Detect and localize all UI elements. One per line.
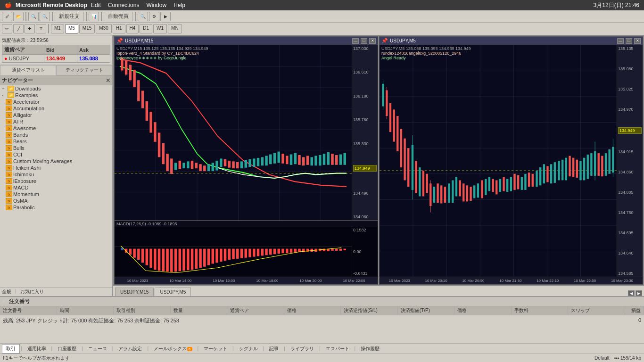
toolbar-zoom-out[interactable]: 🔍	[40, 12, 50, 21]
currency-row[interactable]: ● USDJPY 134.949 135.088	[2, 55, 110, 63]
tf-m1[interactable]: M1	[51, 24, 64, 33]
nav-favorite[interactable]: お気に入り	[20, 288, 44, 295]
toolbar-text[interactable]: T	[36, 24, 46, 33]
tab-articles[interactable]: 記事	[265, 344, 283, 354]
chart-m15-time-axis: 10 Mar 2023 10 Mar 14:00 10 Mar 16:00 10…	[115, 277, 378, 284]
chart-tab-m5[interactable]: USDJPY,M5	[155, 288, 191, 296]
tree-item-bears[interactable]: fx Bears	[0, 138, 112, 145]
tree-item-awesome[interactable]: fx Awesome	[0, 125, 112, 132]
sep1	[25, 12, 26, 21]
chart-m5-close[interactable]: ✕	[634, 38, 641, 44]
tab-portfolio[interactable]: 運用比率	[23, 344, 50, 354]
svg-rect-112	[278, 249, 280, 254]
price-level: 134.640	[618, 251, 642, 255]
tf-w1[interactable]: W1	[153, 24, 167, 33]
tab-currency-pair[interactable]: 通貨ペアリスト	[0, 65, 56, 75]
chart-tab-m15[interactable]: USDJPY,M15	[115, 288, 154, 296]
svg-rect-30	[179, 161, 181, 169]
svg-rect-163	[433, 187, 435, 203]
col-ask: Ask	[77, 45, 110, 55]
tab-mailbox[interactable]: メールボックス6	[149, 344, 196, 354]
tab-news[interactable]: ニュース	[84, 344, 111, 354]
tab-library[interactable]: ライブラリ	[286, 344, 318, 354]
svg-rect-78	[137, 249, 140, 260]
svg-rect-62	[311, 157, 313, 165]
svg-rect-181	[499, 179, 501, 192]
chart-m5-maximize[interactable]: □	[626, 38, 632, 44]
time-label: 10 Mar 20:10	[425, 279, 447, 283]
tree-item-cci[interactable]: fx CCI	[0, 151, 112, 158]
tree-item-custom-ma[interactable]: fx Custom Moving Averages	[0, 158, 112, 165]
tree-item-accelerator[interactable]: fx Accelerator	[0, 99, 112, 105]
col-time: 時間	[57, 306, 114, 315]
chart-m5-minimize[interactable]: —	[617, 38, 624, 44]
tf-m5[interactable]: M5	[65, 24, 78, 33]
menu-window[interactable]: Window	[146, 2, 166, 8]
menu-help[interactable]: Help	[173, 2, 185, 8]
auto-trade-btn[interactable]: 自動売買	[104, 12, 133, 21]
tree-item-examples[interactable]: - 📁 Examples	[0, 92, 112, 99]
tf-h4[interactable]: H4	[126, 24, 139, 33]
tab-alerts[interactable]: アラム設定	[114, 344, 146, 354]
svg-rect-90	[187, 249, 189, 271]
tf-h1[interactable]: H1	[113, 24, 125, 33]
toolbar-settings[interactable]: ⚙	[149, 12, 159, 21]
tab-buttons: 通貨ペアリスト ティックチャート	[0, 65, 112, 76]
chart-m15-close[interactable]: ✕	[369, 38, 376, 44]
toolbar-pencil[interactable]: ✏	[2, 24, 12, 33]
svg-rect-26	[162, 143, 165, 165]
tree-item-osma[interactable]: fx OsMA	[0, 197, 112, 204]
tree-item-momentum[interactable]: fx Momentum	[0, 191, 112, 197]
tab-nav-left[interactable]: ◀	[628, 290, 635, 296]
chart-m15-minimize[interactable]: —	[352, 38, 359, 44]
tree-item-bulls[interactable]: fx Bulls	[0, 145, 112, 151]
new-order-btn[interactable]: 新規注文	[55, 12, 84, 21]
tree-item-heiken[interactable]: fx Heiken Ashi	[0, 165, 112, 171]
toolbar-more[interactable]: ▶	[160, 12, 171, 21]
price-level: 134.585	[618, 271, 642, 276]
tree-item-parabolic[interactable]: fx Parabolic	[0, 204, 112, 211]
tf-d1[interactable]: D1	[140, 24, 152, 33]
tab-nav-right[interactable]: ▶	[636, 290, 642, 296]
toolbar-search[interactable]: 🔍	[138, 12, 148, 21]
tab-trading[interactable]: 取引	[2, 344, 20, 354]
svg-rect-109	[265, 249, 267, 255]
tf-m30[interactable]: M30	[96, 24, 111, 33]
chart-m15-maximize[interactable]: □	[361, 38, 367, 44]
tab-signals[interactable]: シグナル	[235, 344, 262, 354]
tf-mn[interactable]: MN	[168, 24, 182, 33]
tab-expert[interactable]: エスパート	[322, 344, 354, 354]
toolbar-open[interactable]: 📂	[13, 12, 24, 21]
toolbar-cross[interactable]: ✚	[25, 24, 35, 33]
tree-item-downloads[interactable]: + 📁 Downloads	[0, 85, 112, 92]
tree-item-ichimoku[interactable]: fx Ichimoku	[0, 171, 112, 178]
svg-rect-22	[146, 101, 148, 121]
tab-journal[interactable]: 操作履歴	[356, 344, 384, 354]
toolbar-zoom-in[interactable]: 🔍	[28, 12, 39, 21]
menu-edit[interactable]: Edit	[91, 2, 101, 8]
toolbar-line[interactable]: ╱	[13, 24, 24, 33]
tab-market[interactable]: マーケット	[199, 344, 231, 354]
indicator-icon: fx	[6, 205, 12, 210]
tree-item-iexposure[interactable]: fx iExposure	[0, 178, 112, 184]
tab-history[interactable]: 口座履歴	[53, 344, 81, 354]
svg-rect-69	[339, 155, 342, 165]
indicator-icon: fx	[6, 145, 12, 151]
tree-item-macd[interactable]: fx MACD	[0, 184, 112, 191]
nav-all[interactable]: 全般	[2, 288, 11, 295]
tree-item-bands[interactable]: fx Bands	[0, 132, 112, 138]
navigator-tree-wrapper: + 📁 Downloads - 📁 Examples fx Accelerato…	[0, 85, 112, 287]
tab-tick-chart[interactable]: ティックチャート	[56, 65, 112, 75]
svg-rect-52	[269, 155, 272, 165]
tf-m15[interactable]: M15	[79, 24, 95, 33]
tree-item-atr[interactable]: fx ATR	[0, 118, 112, 125]
col-swap: スワップ	[568, 306, 625, 315]
toolbar-chart[interactable]: 📊	[89, 12, 99, 21]
tree-item-alligator[interactable]: fx Alligator	[0, 112, 112, 118]
toolbar-new[interactable]: 🖊	[2, 12, 12, 21]
navigator-close-btn[interactable]: ✕	[106, 77, 110, 84]
menu-connections[interactable]: Connections	[108, 2, 140, 8]
terminal-close-btn[interactable]: ✕	[2, 298, 6, 304]
tree-item-accumulation[interactable]: fx Accumulation	[0, 105, 112, 112]
svg-rect-127	[339, 249, 342, 251]
